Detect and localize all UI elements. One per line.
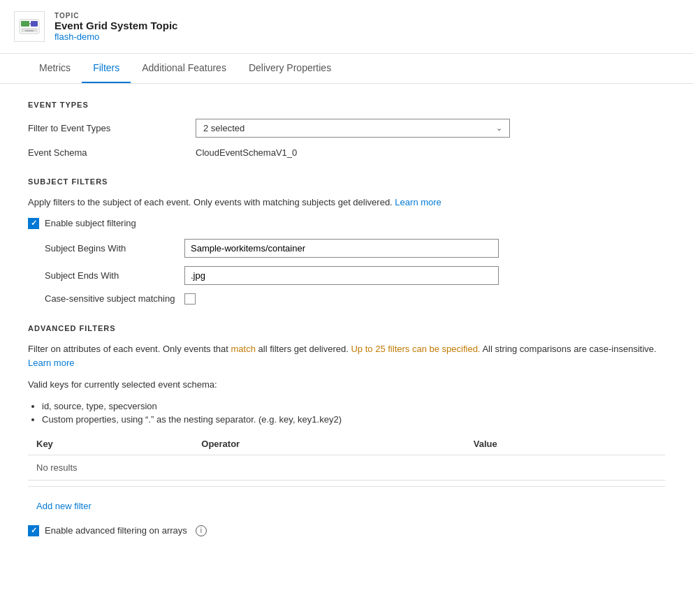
add-new-filter-link[interactable]: Add new filter [28,495,100,517]
case-sensitive-label: Case-sensitive subject matching [45,293,184,304]
match-highlight: match [231,344,256,354]
filter-event-types-label: Filter to Event Types [28,123,196,133]
subject-begins-with-label: Subject Begins With [45,243,184,254]
subject-filter-fields: Subject Begins With Subject Ends With Ca… [28,239,665,305]
enable-advanced-row: Enable advanced filtering on arrays i [28,525,665,536]
table-divider [28,486,665,487]
subject-begins-with-input[interactable] [184,239,499,258]
advanced-filters-title: ADVANCED FILTERS [28,324,665,332]
event-schema-label: Event Schema [28,147,196,158]
filter-event-types-row: Filter to Event Types 2 selected ⌄ [28,119,665,138]
filter-event-types-dropdown[interactable]: 2 selected ⌄ [196,119,510,138]
advanced-filters-section: ADVANCED FILTERS Filter on attributes of… [28,324,665,536]
resource-subtitle[interactable]: flash-demo [54,31,177,42]
subject-filters-learn-more-link[interactable]: Learn more [395,197,441,207]
valid-keys-list: id, source, type, specversion Custom pro… [28,401,665,425]
enable-advanced-filtering-label: Enable advanced filtering on arrays [45,525,187,536]
subject-ends-with-label: Subject Ends With [45,270,184,281]
valid-keys-item-2: Custom properties, using “.” as the nest… [42,414,665,425]
advanced-filters-learn-more-link[interactable]: Learn more [28,358,74,368]
event-types-title: EVENT TYPES [28,101,665,109]
subject-filters-section: SUBJECT FILTERS Apply filters to the sub… [28,177,665,305]
resource-title: Event Grid System Topic [54,20,177,31]
case-sensitive-checkbox[interactable] [184,293,196,305]
main-content: EVENT TYPES Filter to Event Types 2 sele… [0,84,693,573]
subject-filters-description: Apply filters to the subject of each eve… [28,196,665,210]
enable-subject-filtering-label: Enable subject filtering [45,218,136,228]
event-schema-value: CloudEventSchemaV1_0 [196,147,297,158]
enable-subject-filtering-checkbox[interactable] [28,218,39,229]
event-schema-row: Event Schema CloudEventSchemaV1_0 [28,147,665,158]
advanced-filter-table: Key Operator Value No results [28,433,665,481]
col-operator: Operator [193,433,465,455]
col-value: Value [465,433,665,455]
topic-label: TOPIC [54,12,177,20]
tab-additional-features[interactable]: Additional Features [131,54,238,83]
valid-keys-text: Valid keys for currently selected event … [28,378,665,393]
advanced-filters-description: Filter on attributes of each event. Only… [28,342,665,372]
tab-bar: Metrics Filters Additional Features Deli… [0,54,693,84]
info-icon[interactable]: i [196,525,207,536]
subject-filters-title: SUBJECT FILTERS [28,177,665,186]
tab-filters[interactable]: Filters [82,54,131,83]
topic-icon [14,11,45,42]
event-types-section: EVENT TYPES Filter to Event Types 2 sele… [28,101,665,158]
dropdown-value: 2 selected [203,123,245,133]
subject-begins-with-row: Subject Begins With [45,239,665,258]
subject-ends-with-input[interactable] [184,266,499,285]
no-results-cell: No results [28,455,665,480]
subject-ends-with-row: Subject Ends With [45,266,665,285]
valid-keys-item-1: id, source, type, specversion [42,401,665,411]
chevron-down-icon: ⌄ [496,124,502,133]
case-sensitive-row: Case-sensitive subject matching [45,293,665,305]
header-meta: TOPIC Event Grid System Topic flash-demo [54,12,177,42]
svg-rect-1 [21,21,29,27]
tab-metrics[interactable]: Metrics [28,54,82,83]
svg-rect-3 [21,28,38,32]
tab-delivery-properties[interactable]: Delivery Properties [238,54,342,83]
page-header: TOPIC Event Grid System Topic flash-demo [0,0,693,54]
enable-subject-filtering-row: Enable subject filtering [28,218,665,229]
col-key: Key [28,433,193,455]
enable-advanced-filtering-checkbox[interactable] [28,525,39,536]
svg-rect-2 [31,21,38,27]
no-results-row: No results [28,455,665,480]
limit-highlight: Up to 25 filters can be specified. [351,344,480,354]
filter-table-header-row: Key Operator Value [28,433,665,455]
